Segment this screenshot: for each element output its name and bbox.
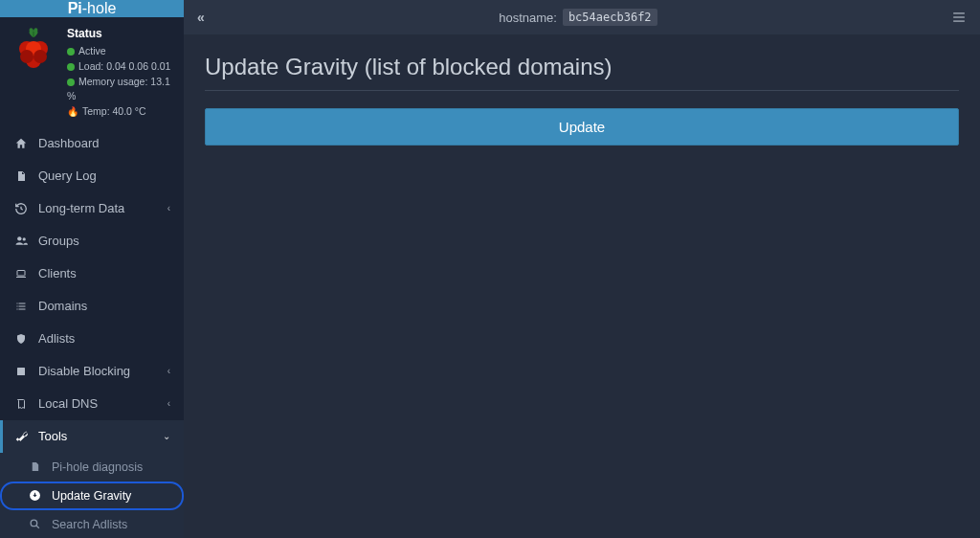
tools-icon	[13, 429, 29, 444]
file-icon	[13, 168, 29, 184]
subnav-label: Search Adlists	[52, 518, 127, 531]
nav-label: Clients	[38, 266, 77, 280]
home-icon	[13, 136, 29, 151]
sidebar-toggle-icon[interactable]: «	[197, 10, 205, 25]
nav-label: Local DNS	[38, 396, 98, 411]
subnav-diagnosis[interactable]: Pi-hole diagnosis	[0, 453, 184, 482]
chevron-down-icon: ⌄	[163, 431, 170, 441]
svg-rect-12	[19, 303, 26, 303]
nav-label: Groups	[38, 234, 79, 248]
subnav-label: Pi-hole diagnosis	[52, 460, 143, 474]
temp-icon: 🔥	[67, 106, 78, 117]
status-active: Active	[67, 44, 174, 59]
hostname-badge: bc54aecb36f2	[563, 9, 657, 26]
nav-longterm-data[interactable]: Long-term Data ‹	[0, 192, 184, 225]
shield-icon	[13, 331, 29, 347]
list-icon	[13, 299, 29, 314]
svg-rect-13	[17, 305, 18, 306]
nav-label: Domains	[38, 299, 87, 313]
svg-point-8	[17, 236, 21, 240]
brand-logo[interactable]: Pi-hole	[0, 0, 184, 17]
raspberry-icon	[11, 26, 56, 72]
status-dot-icon	[67, 48, 75, 56]
brand-prefix: Pi	[68, 0, 82, 16]
search-icon	[27, 517, 42, 532]
chevron-left-icon: ‹	[167, 203, 170, 213]
download-icon	[27, 488, 42, 504]
nav-label: Dashboard	[38, 136, 100, 150]
svg-rect-7	[20, 177, 24, 178]
nav-clients[interactable]: Clients	[0, 258, 184, 290]
nav-domains[interactable]: Domains	[0, 290, 184, 323]
svg-rect-17	[17, 368, 25, 375]
brand-suffix: -hole	[82, 0, 117, 16]
topbar: « hostname: bc54aecb36f2	[184, 0, 980, 34]
svg-rect-11	[17, 303, 18, 303]
status-title: Status	[67, 25, 174, 42]
svg-point-19	[31, 520, 37, 527]
svg-rect-10	[17, 270, 25, 276]
status-block: Status Active Load: 0.04 0.06 0.01 Memor…	[0, 17, 184, 127]
status-memory: Memory usage: 13.1 %	[67, 75, 174, 105]
status-temp: 🔥Temp: 40.0 °C	[67, 104, 174, 120]
nav-tools[interactable]: Tools ⌄	[0, 420, 184, 453]
book-icon	[13, 396, 29, 412]
nav-disable-blocking[interactable]: Disable Blocking ‹	[0, 355, 184, 388]
nav-groups[interactable]: Groups	[0, 225, 184, 258]
users-icon	[13, 234, 29, 249]
history-icon	[13, 201, 29, 216]
svg-rect-21	[953, 16, 965, 17]
nav-label: Adlists	[38, 331, 75, 346]
hostname-display: hostname: bc54aecb36f2	[499, 9, 657, 26]
nav-label: Tools	[38, 429, 67, 443]
laptop-icon	[13, 266, 29, 281]
svg-point-5	[33, 50, 47, 63]
nav-dashboard[interactable]: Dashboard	[0, 127, 184, 160]
nav-adlists[interactable]: Adlists	[0, 323, 184, 355]
subnav-label: Update Gravity	[52, 489, 131, 503]
svg-rect-20	[953, 12, 965, 13]
subnav-update-gravity[interactable]: Update Gravity	[0, 482, 184, 510]
nav-label: Long-term Data	[38, 201, 124, 215]
svg-point-9	[22, 238, 25, 241]
nav-label: Query Log	[38, 168, 97, 183]
nav-query-log[interactable]: Query Log	[0, 160, 184, 192]
svg-rect-16	[19, 308, 26, 309]
status-dot-icon	[67, 63, 75, 71]
status-dot-icon	[67, 78, 75, 86]
hostname-label: hostname:	[499, 11, 557, 25]
page-title: Update Gravity (list of blocked domains)	[205, 54, 959, 91]
stop-icon	[13, 364, 29, 379]
subnav-search-adlists[interactable]: Search Adlists	[0, 510, 184, 538]
nav-local-dns[interactable]: Local DNS ‹	[0, 388, 184, 420]
update-button[interactable]: Update	[205, 108, 959, 146]
nav-label: Disable Blocking	[38, 364, 130, 378]
svg-rect-22	[953, 21, 965, 22]
status-load: Load: 0.04 0.06 0.01	[67, 59, 174, 75]
svg-rect-6	[20, 176, 24, 177]
hamburger-menu-icon[interactable]	[951, 11, 967, 24]
svg-rect-14	[19, 305, 26, 306]
chevron-left-icon: ‹	[167, 398, 170, 409]
chevron-left-icon: ‹	[167, 366, 170, 376]
svg-rect-15	[17, 308, 18, 309]
svg-point-4	[20, 50, 33, 63]
pihole-logo	[10, 25, 57, 73]
file-medical-icon	[27, 460, 42, 475]
